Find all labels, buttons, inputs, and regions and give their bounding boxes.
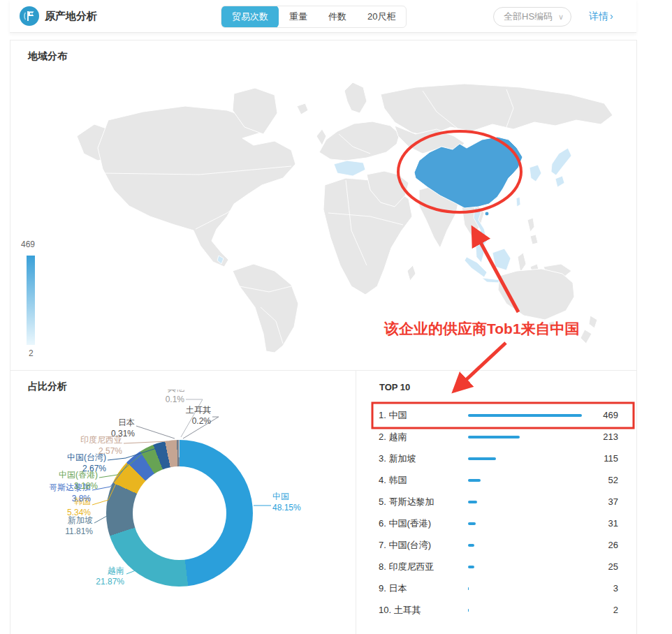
map-section-title: 地域分布: [28, 50, 67, 63]
top10-row-value: 26: [608, 540, 618, 550]
pie-label-中国: 中国48.15%: [272, 492, 335, 513]
top10-row-label: 7. 中国(台湾): [379, 539, 468, 552]
pie-label-土耳其: 土耳其0.2%: [155, 405, 211, 427]
top10-row-label: 4. 韩国: [379, 474, 468, 487]
top10-row-印度尼西亚: 8. 印度尼西亚25: [379, 556, 618, 577]
top10-row-中国(香港): 6. 中国(香港)31: [379, 513, 618, 534]
origin-analysis-page: 原产地分析 贸易次数重量件数20尺柜 全部HS编码 ∨ 详情› 地域分布 469…: [0, 0, 672, 634]
card-top-border: [10, 40, 637, 40]
pie-label-其他: 其他0.1%: [148, 390, 184, 406]
top10-row-bar: [468, 501, 477, 503]
pie-label-percent: 11.81%: [30, 526, 93, 538]
top10-row-label: 1. 中国: [379, 409, 468, 422]
top10-row-value: 469: [603, 410, 618, 420]
detail-link[interactable]: 详情›: [589, 10, 613, 23]
top10-row-bar: [468, 566, 474, 568]
pie-label-percent: 2.57%: [59, 446, 122, 457]
tab-重量[interactable]: 重量: [279, 6, 318, 28]
top10-row-韩国: 4. 韩国52: [379, 469, 618, 491]
top10-row-value: 52: [608, 475, 618, 485]
card-left-border: [10, 40, 10, 634]
top10-row-label: 6. 中国(香港): [379, 517, 468, 530]
top10-row-bar: [468, 414, 582, 417]
pie-label-percent: 48.15%: [272, 503, 335, 514]
chevron-down-icon: ∨: [558, 8, 564, 26]
top10-row-label: 8. 印度尼西亚: [379, 561, 468, 573]
top10-row-哥斯达黎加: 5. 哥斯达黎加37: [379, 491, 618, 513]
hs-code-select[interactable]: 全部HS编码 ∨: [493, 7, 571, 27]
top10-list: 1. 中国4692. 越南2133. 新加坡1154. 韩国525. 哥斯达黎加…: [379, 404, 618, 621]
pie-label-percent: 3.8%: [24, 494, 91, 505]
pie-label-name: 日本: [79, 418, 135, 429]
tab-贸易次数[interactable]: 贸易次数: [221, 6, 279, 28]
top10-row-土耳其: 10. 土耳其2: [379, 599, 618, 621]
top10-row-label: 10. 土耳其: [379, 604, 468, 617]
chevron-right-icon: ›: [610, 10, 613, 22]
tab-件数[interactable]: 件数: [318, 6, 357, 28]
tab-20尺柜[interactable]: 20尺柜: [357, 6, 406, 28]
page-title: 原产地分析: [45, 10, 97, 23]
top10-row-bar: [468, 479, 481, 482]
top10-row-value: 31: [608, 518, 618, 529]
top10-row-value: 37: [608, 496, 618, 507]
top10-row-新加坡: 3. 新加坡115: [379, 448, 618, 469]
section-divider: [10, 370, 637, 371]
top10-title: TOP 10: [379, 382, 410, 392]
top10-row-bar: [468, 609, 469, 612]
top10-row-value: 2: [613, 605, 618, 615]
top10-row-中国(台湾): 7. 中国(台湾)26: [379, 534, 618, 556]
pie-label-percent: 21.87%: [61, 577, 124, 588]
top10-row-value: 213: [603, 432, 618, 442]
header-bar: 原产地分析 贸易次数重量件数20尺柜 全部HS编码 ∨ 详情›: [10, 0, 636, 33]
pie-label-percent: 0.1%: [148, 395, 184, 406]
donut-hole: [133, 466, 226, 560]
top10-row-日本: 9. 日本3: [379, 577, 618, 599]
pie-label-percent: 0.2%: [155, 416, 211, 427]
panel-divider: [356, 370, 356, 634]
metric-tabbar: 贸易次数重量件数20尺柜: [221, 6, 407, 28]
top10-row-中国: 1. 中国469: [379, 404, 618, 426]
hs-code-select-value: 全部HS编码: [504, 11, 553, 22]
top10-row-label: 5. 哥斯达黎加: [379, 496, 468, 508]
top10-row-bar: [468, 587, 469, 590]
pie-label-新加坡: 新加坡11.81%: [30, 515, 93, 537]
top10-row-label: 2. 越南: [379, 431, 468, 443]
pie-label-percent: 0.31%: [79, 429, 135, 440]
pie-label-name: 中国: [272, 492, 335, 503]
top10-row-bar: [468, 457, 496, 460]
pie-label-name: 土耳其: [155, 405, 211, 416]
pie-label-percent: 3.18%: [35, 481, 98, 492]
pie-label-越南: 越南21.87%: [61, 566, 124, 587]
pie-label-name: 其他: [148, 390, 184, 395]
top10-row-value: 115: [604, 453, 618, 464]
world-map[interactable]: [17, 70, 639, 363]
top10-row-value: 3: [613, 583, 618, 594]
top10-row-bar: [468, 544, 474, 547]
top10-row-label: 3. 新加坡: [379, 452, 468, 465]
pie-label-percent: 2.67%: [43, 464, 106, 475]
pie-label-percent: 5.34%: [28, 508, 91, 519]
top10-row-value: 25: [608, 561, 618, 572]
top10-row-label: 9. 日本: [379, 582, 468, 595]
top10-row-越南: 2. 越南213: [379, 426, 618, 448]
pie-label-name: 越南: [61, 566, 124, 577]
top10-row-bar: [468, 522, 476, 525]
pie-section-title: 占比分析: [28, 381, 67, 393]
top10-row-bar: [468, 436, 520, 438]
pie-label-日本: 日本0.31%: [79, 418, 135, 439]
origin-analysis-icon: [20, 6, 39, 26]
